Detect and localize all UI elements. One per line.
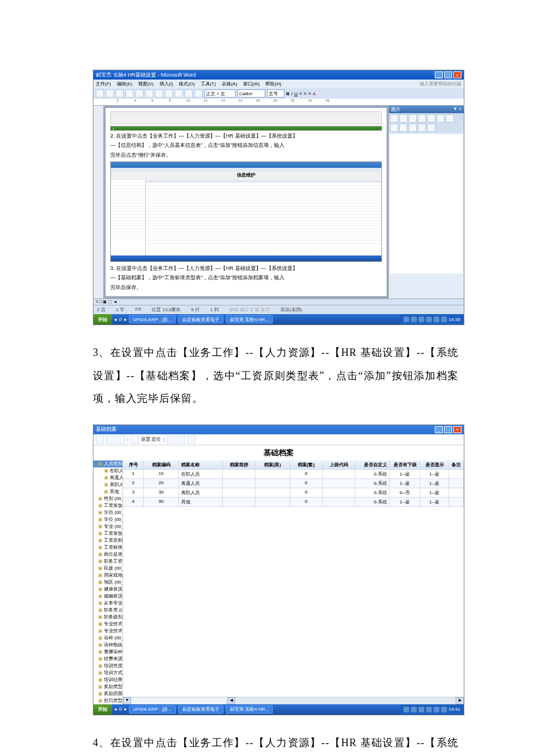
print-icon[interactable]: [167, 435, 175, 444]
tree-item[interactable]: ▣经费来源 (00_CT024): [93, 656, 122, 663]
menu-file[interactable]: 文件(F): [96, 81, 111, 87]
tray-icon[interactable]: [426, 316, 432, 322]
font-box[interactable]: Calibri: [237, 89, 265, 98]
tree-panel[interactable]: ▣人员类别 (00_CT000)▣在职人员▣离退人员▣离职人员▣其他▣性别 (0…: [93, 460, 123, 704]
task-item[interactable]: 自定贴板查看电子: [178, 705, 223, 714]
tray-icon[interactable]: [426, 707, 432, 712]
pic-tool-icon[interactable]: [409, 124, 417, 132]
underline-icon[interactable]: U: [294, 91, 298, 96]
task-item[interactable]: 自定贴板查看电子: [178, 315, 223, 323]
pic-tool-icon[interactable]: [399, 124, 407, 132]
paste-icon[interactable]: [175, 89, 183, 98]
scroll-left-icon[interactable]: ◀: [227, 697, 235, 704]
copy-icon[interactable]: [165, 89, 173, 98]
tray-icon[interactable]: [441, 316, 447, 322]
tray-icon[interactable]: [418, 707, 424, 712]
help-icon[interactable]: [187, 435, 196, 444]
tree-item[interactable]: ▣语种熟练程度 (00_CT021): [93, 642, 122, 649]
task-item[interactable]: 郝宝亮 实验4 HR...: [226, 315, 273, 323]
pic-tool-icon[interactable]: [418, 124, 426, 132]
pic-tool-icon[interactable]: [427, 124, 435, 132]
pic-tool-icon[interactable]: [390, 114, 398, 123]
tree-item[interactable]: ▣专业技术资格名称 (00_CT018): [93, 621, 122, 628]
help-prompt[interactable]: 键入需要帮助的问题: [420, 81, 461, 87]
undo-icon[interactable]: [185, 89, 193, 98]
pic-tool-icon[interactable]: [418, 114, 426, 123]
pic-tool-icon[interactable]: [409, 114, 417, 123]
tree-item[interactable]: ▣工资标准类型 (00_CT122): [93, 544, 122, 551]
new-icon[interactable]: [96, 89, 104, 98]
tree-item[interactable]: ▣婚姻状况 (00_CT009): [93, 593, 122, 600]
minimize-icon[interactable]: _: [435, 71, 443, 78]
maximize-icon[interactable]: □: [444, 71, 452, 78]
align-center-icon[interactable]: ≡: [304, 91, 306, 96]
menu-format[interactable]: 格式(O): [179, 81, 195, 87]
tree-item[interactable]: ▣性别 (00_CT001): [93, 495, 122, 502]
tree-item[interactable]: ▣地区 (00_CT007): [93, 579, 122, 586]
tree-item[interactable]: ▣在职人员: [93, 467, 122, 474]
tree-item[interactable]: ▣离退人员: [93, 474, 122, 481]
grid-body[interactable]: 110在职人员00-系统1--是1--是220离退人员00-系统1--是1--是…: [123, 470, 464, 507]
close-icon[interactable]: ×: [453, 71, 461, 78]
tree-item[interactable]: ▣奖励原因 (00_CT031): [93, 690, 122, 697]
table-row[interactable]: 490其他00-系统1--是1--是: [123, 498, 464, 507]
tree-item[interactable]: ▣工资原则 (00_CT121): [93, 537, 122, 544]
task-item[interactable]: UFIDA-ERP - [后...: [129, 315, 176, 323]
pic-tool-icon[interactable]: [446, 114, 454, 123]
open-icon[interactable]: [106, 89, 114, 98]
start-button[interactable]: 开始: [93, 704, 112, 715]
tray-icon[interactable]: [411, 316, 417, 322]
add-icon[interactable]: [96, 435, 104, 444]
edit-icon[interactable]: [106, 435, 114, 444]
menu-insert[interactable]: 插入(I): [160, 81, 174, 87]
tray-icon[interactable]: [403, 707, 409, 712]
tray-icon[interactable]: [434, 707, 439, 712]
tree-item[interactable]: ▣专业技术职务等级 (00_CT019): [93, 628, 122, 635]
style-box[interactable]: 正文 + 左: [204, 89, 236, 98]
menu-window[interactable]: 窗口(W): [243, 81, 260, 87]
tree-item[interactable]: ▣工资发放类型 (00_CT125): [93, 530, 122, 537]
start-button[interactable]: 开始: [93, 314, 112, 325]
task-item[interactable]: 郝宝亮 实验4 HR...: [226, 705, 273, 714]
save-icon[interactable]: [116, 89, 124, 98]
menu-tools[interactable]: 工具(T): [201, 81, 216, 87]
redo-icon[interactable]: [194, 89, 203, 98]
tree-item[interactable]: ▣工资发放类别 (00_CT126): [93, 502, 122, 509]
tree-item[interactable]: ▣职务级别 (00_CT015): [93, 614, 122, 621]
spell-icon[interactable]: [145, 89, 153, 98]
preview-icon[interactable]: [135, 89, 143, 98]
tree-item[interactable]: ▣培训结果 (00_CT027): [93, 676, 122, 683]
tree-item[interactable]: ▣国家或地区 (00_CT006): [93, 572, 122, 579]
delete-icon[interactable]: [117, 435, 125, 444]
align-left-icon[interactable]: ≡: [300, 91, 302, 96]
maximize-icon[interactable]: □: [444, 426, 452, 433]
refresh-icon[interactable]: [131, 435, 139, 444]
menu-table[interactable]: 表格(A): [222, 81, 237, 87]
tree-item[interactable]: ▣从事专业 (00_CT012): [93, 600, 122, 607]
tree-item[interactable]: ▣掌握语种的能力 (00_CT022): [93, 649, 122, 656]
close-icon[interactable]: ×: [453, 426, 461, 433]
tree-item[interactable]: ▣人员类别 (00_CT000): [93, 460, 122, 467]
cut-icon[interactable]: [155, 89, 163, 98]
tree-item[interactable]: ▣岗位基准代码 (00_CT119): [93, 551, 122, 558]
menu-help[interactable]: 帮助(H): [265, 81, 281, 87]
menu-edit[interactable]: 编辑(E): [117, 81, 132, 87]
pic-tool-icon[interactable]: [399, 114, 407, 123]
tray-icon[interactable]: [418, 316, 424, 322]
tray-icon[interactable]: [403, 316, 409, 322]
tree-item[interactable]: ▣学位 (00_CT003): [93, 516, 122, 523]
tree-item[interactable]: ▣惩罚类型 (00_CT032): [93, 697, 122, 704]
font-color-icon[interactable]: A: [313, 91, 316, 96]
document-area[interactable]: ✓ 2. 在设置中点击【业务工作】—【人力资源】—【HR 基础设置】—【系统设置…: [106, 108, 387, 296]
size-box[interactable]: 五号: [267, 89, 284, 98]
print-icon[interactable]: [125, 89, 134, 98]
align-right-icon[interactable]: ≡: [308, 91, 311, 96]
bold-icon[interactable]: B: [286, 91, 290, 96]
tray-icon[interactable]: [411, 707, 417, 712]
table-row[interactable]: 220离退人员00-系统1--是1--是: [123, 479, 464, 488]
tree-item[interactable]: ▣专业 (00_CT004): [93, 523, 122, 530]
tree-item[interactable]: ▣语种 (00_CT020): [93, 635, 122, 642]
tree-item[interactable]: ▣其他: [93, 488, 122, 495]
tree-item[interactable]: ▣学历 (00_CT002): [93, 509, 122, 516]
tree-item[interactable]: ▣职务类 (00_CT014): [93, 607, 122, 614]
